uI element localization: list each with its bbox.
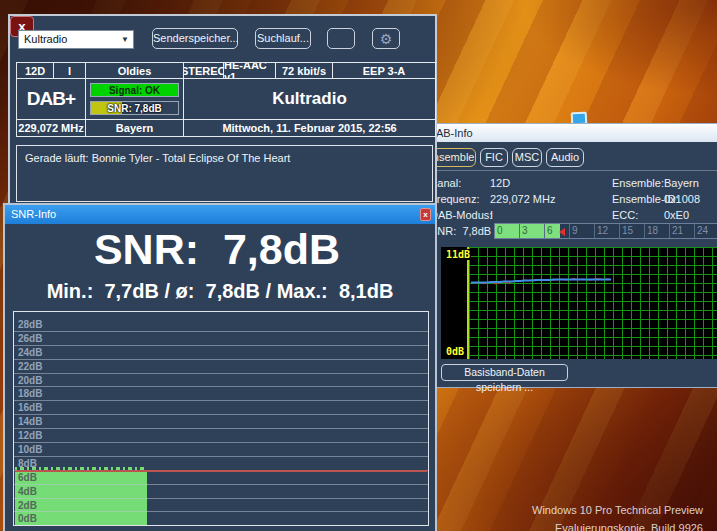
graph-plot-area <box>467 247 717 359</box>
snr-info-titlebar[interactable]: SNR-Info <box>5 205 435 224</box>
protection-cell: EEP 3-A <box>333 63 436 79</box>
windows-watermark-line2: Evaluierungskopie. Build 9926 <box>555 522 703 531</box>
snr-level-label: SNR: 7,8dB <box>91 102 178 115</box>
snr-history-chart: 28dB 26dB 24dB 22dB 20dB 18dB 16dB 14dB … <box>13 311 429 526</box>
dab-info-titlebar[interactable]: DAB-Info <box>422 124 717 142</box>
meter-tick: 12 <box>597 225 608 236</box>
senderspeicher-button[interactable]: Senderspeicher... <box>152 28 238 49</box>
channel-cell: 12D <box>17 63 54 79</box>
stereo-cell: STEREO <box>184 63 224 79</box>
meter-tick: 6 <box>547 225 553 236</box>
scale-row: 6dB <box>14 471 428 485</box>
frequency-cell: 229,072 MHz <box>17 120 86 137</box>
tab-fic-label: FIC <box>485 151 503 163</box>
graph-max-label: 11dB <box>445 249 471 260</box>
scale-row: 14dB <box>14 415 428 429</box>
ensemble-value: Bayern <box>664 177 699 189</box>
meter-tick: 24 <box>697 225 708 236</box>
station-info-table: 12D I Oldies STEREO HE-AAC v1 72 kbit/s … <box>16 62 437 137</box>
tab-msc[interactable]: MSC <box>512 148 542 167</box>
snr-close-button[interactable]: x <box>420 208 431 221</box>
snr-meter-bar: 0 3 6 9 12 15 18 21 24 <box>494 223 717 239</box>
snr-history-graph: 11dB 0dB <box>441 247 717 359</box>
ensemble-id-value: 0x1008 <box>664 193 700 205</box>
scale-row: 8dB <box>14 457 428 471</box>
snr-info-title: SNR-Info <box>11 208 56 220</box>
windows-watermark-line1: Windows 10 Pro Technical Preview <box>532 504 703 516</box>
tab-audio[interactable]: Audio <box>546 148 584 167</box>
codec-cell: HE-AAC v1 <box>224 63 276 79</box>
scale-row: 20dB <box>14 374 428 388</box>
settings-button[interactable]: ⚙ <box>372 28 400 49</box>
scale-row: 18dB <box>14 387 428 401</box>
snr-meter-label: SNR: 7,8dB <box>430 225 491 237</box>
scale-row: 24dB <box>14 346 428 360</box>
meter-tick: 0 <box>497 225 503 236</box>
scale-row: 4dB <box>14 485 428 499</box>
ensemble-label: Ensemble: <box>612 177 664 189</box>
scale-row: 12dB <box>14 429 428 443</box>
meter-tick: 3 <box>522 225 528 236</box>
ensemble-cell: Bayern <box>86 120 184 137</box>
signal-ok-bar: Signal: OK <box>90 83 179 97</box>
bitrate-cell: 72 kbit/s <box>276 63 333 79</box>
meter-tick: 15 <box>622 225 633 236</box>
snr-info-window: SNR-Info x SNR: 7,8dB Min.: 7,7dB / ø: 7… <box>3 203 437 531</box>
dab-modus-value: I <box>490 209 493 221</box>
scale-row: 26dB <box>14 332 428 346</box>
scale-row: 22dB <box>14 360 428 374</box>
snr-headline: SNR: 7,8dB <box>5 225 429 274</box>
scale-row: 16dB <box>14 401 428 415</box>
snr-min-avg-max: Min.: 7,7dB / ø: 7,8dB / Max.: 8,1dB <box>5 280 435 303</box>
dab-modus-label: DAB-Modus: <box>430 209 492 221</box>
basisband-save-button[interactable]: Basisband-Daten speichern ... <box>441 364 568 381</box>
tabs-separator <box>422 170 717 171</box>
frequenz-value: 229,072 MHz <box>490 193 555 205</box>
mode-cell: I <box>54 63 86 79</box>
meter-tick: 9 <box>572 225 578 236</box>
tab-msc-label: MSC <box>515 151 539 163</box>
snr-graph-plot-lines <box>469 247 717 359</box>
gear-icon: ⚙ <box>380 31 393 47</box>
tab-audio-label: Audio <box>551 151 579 163</box>
frequenz-label: Frequenz: <box>430 193 480 205</box>
tab-fic[interactable]: FIC <box>480 148 508 167</box>
meter-tick: 21 <box>672 225 683 236</box>
graph-min-label: 0dB <box>445 346 465 357</box>
scale-row: 28dB <box>14 318 428 332</box>
snr-meter-pointer <box>559 228 565 236</box>
genre-cell: Oldies <box>86 63 184 79</box>
now-playing-box: Gerade läuft: Bonnie Tyler - Total Eclip… <box>16 145 433 202</box>
scale-row: 2dB <box>14 499 428 513</box>
chevron-down-icon: ▼ <box>121 31 129 49</box>
station-select[interactable]: Kultradio ▼ <box>18 30 134 49</box>
snr-level-bar: SNR: 7,8dB <box>90 101 179 115</box>
dab-player-main-window: Kultradio ▼ Senderspeicher... Suchlauf..… <box>8 14 437 208</box>
ecc-value: 0xE0 <box>664 209 689 221</box>
record-button[interactable] <box>327 28 355 49</box>
ecc-label: ECC: <box>612 209 638 221</box>
station-select-value: Kultradio <box>24 33 67 45</box>
dab-info-window: DAB-Info Ensemble FIC MSC Audio Kanal: 1… <box>421 123 717 388</box>
meter-tick: 18 <box>647 225 658 236</box>
dab-plus-logo: DAB+ <box>27 88 75 110</box>
scale-row: 10dB <box>14 443 428 457</box>
datetime-cell: Mittwoch, 11. Februar 2015, 22:56 <box>184 120 436 137</box>
suchlauf-button[interactable]: Suchlauf... <box>255 28 311 49</box>
station-name: Kultradio <box>184 79 436 120</box>
snr-threshold-line <box>15 470 427 472</box>
kanal-value: 12D <box>490 177 510 189</box>
scale-row: 0dB <box>14 512 428 526</box>
